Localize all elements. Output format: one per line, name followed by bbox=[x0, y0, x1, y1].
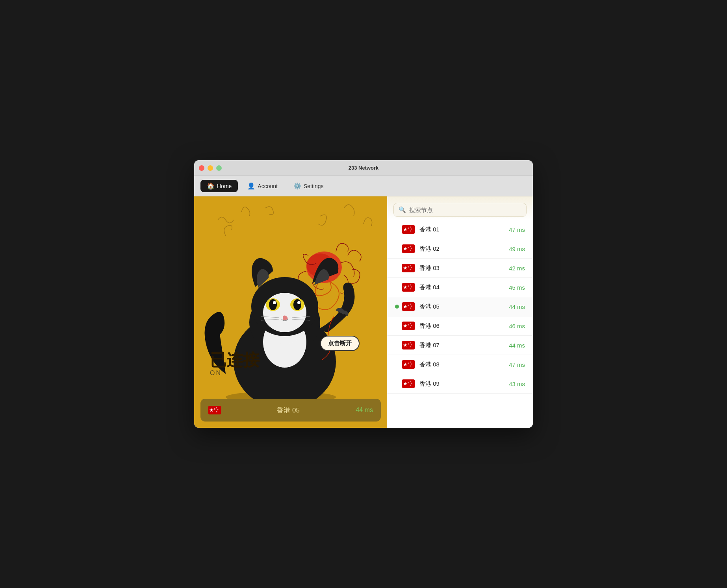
maximize-button[interactable] bbox=[216, 165, 222, 171]
search-box: 🔍 bbox=[393, 203, 527, 217]
server-item[interactable]: 香港 07 44 ms bbox=[387, 336, 533, 355]
account-icon: 👤 bbox=[247, 182, 255, 190]
minimize-button[interactable] bbox=[208, 165, 213, 171]
svg-point-34 bbox=[410, 246, 411, 247]
svg-point-58 bbox=[410, 323, 411, 324]
svg-point-60 bbox=[410, 327, 411, 328]
svg-point-45 bbox=[408, 285, 409, 287]
server-item[interactable]: 香港 03 42 ms bbox=[387, 259, 533, 278]
svg-point-11 bbox=[273, 301, 276, 304]
home-label: Home bbox=[217, 183, 232, 189]
server-item[interactable]: 香港 05 44 ms bbox=[387, 297, 533, 316]
current-server-latency: 44 ms bbox=[356, 407, 373, 414]
server-flag bbox=[402, 244, 415, 253]
left-panel: 已连接 ON 点击断开 香港 05 44 m bbox=[194, 196, 387, 428]
server-name: 香港 01 bbox=[419, 226, 509, 233]
server-flag bbox=[402, 379, 415, 388]
svg-point-39 bbox=[408, 266, 409, 268]
svg-point-75 bbox=[408, 382, 409, 383]
status-chinese: 已连接 bbox=[210, 349, 260, 371]
svg-point-77 bbox=[411, 383, 412, 384]
server-latency: 45 ms bbox=[509, 284, 525, 291]
account-label: Account bbox=[258, 183, 278, 189]
settings-label: Settings bbox=[304, 183, 324, 189]
search-input[interactable] bbox=[409, 207, 521, 213]
svg-point-41 bbox=[411, 267, 412, 268]
current-server-flag bbox=[208, 406, 221, 414]
server-latency: 43 ms bbox=[509, 381, 525, 387]
titlebar: 233 Network bbox=[194, 160, 533, 176]
svg-point-71 bbox=[411, 364, 412, 365]
svg-point-70 bbox=[410, 362, 411, 363]
svg-point-14 bbox=[297, 301, 300, 304]
server-name: 香港 04 bbox=[419, 284, 509, 291]
server-latency: 42 ms bbox=[509, 265, 525, 272]
server-flag bbox=[402, 264, 415, 272]
server-item[interactable]: 香港 08 47 ms bbox=[387, 355, 533, 374]
server-latency: 44 ms bbox=[509, 342, 525, 349]
svg-point-48 bbox=[410, 288, 411, 290]
home-button[interactable]: 🏠 Home bbox=[200, 180, 238, 192]
server-item[interactable]: 香港 09 43 ms bbox=[387, 374, 533, 394]
svg-point-76 bbox=[410, 381, 411, 382]
svg-point-35 bbox=[411, 248, 412, 249]
server-item[interactable]: 香港 04 45 ms bbox=[387, 278, 533, 297]
server-latency: 44 ms bbox=[509, 303, 525, 310]
server-flag bbox=[402, 341, 415, 349]
server-item[interactable]: 香港 06 46 ms bbox=[387, 316, 533, 336]
traffic-lights bbox=[199, 165, 222, 171]
server-item[interactable]: 香港 01 47 ms bbox=[387, 220, 533, 239]
server-latency: 47 ms bbox=[509, 361, 525, 368]
server-flag bbox=[402, 360, 415, 369]
server-latency: 49 ms bbox=[509, 246, 525, 252]
main-content: 已连接 ON 点击断开 香港 05 44 m bbox=[194, 196, 533, 428]
server-latency: 46 ms bbox=[509, 323, 525, 329]
server-name: 香港 09 bbox=[419, 380, 509, 388]
svg-point-13 bbox=[293, 299, 301, 310]
account-button[interactable]: 👤 Account bbox=[241, 180, 284, 192]
disconnect-button[interactable]: 点击断开 bbox=[320, 336, 360, 351]
svg-point-42 bbox=[410, 269, 411, 270]
current-server-name: 香港 05 bbox=[227, 406, 349, 415]
svg-point-40 bbox=[410, 265, 411, 266]
svg-point-65 bbox=[411, 344, 412, 346]
server-flag bbox=[402, 225, 415, 234]
svg-point-47 bbox=[411, 287, 412, 288]
close-button[interactable] bbox=[199, 165, 204, 171]
svg-point-52 bbox=[410, 304, 411, 305]
svg-point-21 bbox=[214, 408, 215, 410]
svg-point-30 bbox=[410, 231, 411, 232]
settings-icon: ⚙️ bbox=[293, 182, 301, 190]
svg-point-10 bbox=[269, 299, 277, 310]
settings-button[interactable]: ⚙️ Settings bbox=[287, 180, 330, 192]
svg-point-63 bbox=[408, 343, 409, 345]
server-name: 香港 07 bbox=[419, 342, 509, 349]
svg-point-28 bbox=[410, 227, 411, 228]
svg-point-72 bbox=[410, 366, 411, 367]
right-panel: 🔍 香港 01 47 ms bbox=[387, 196, 533, 428]
server-latency: 47 ms bbox=[509, 226, 525, 233]
server-flag bbox=[402, 322, 415, 330]
server-flag bbox=[402, 302, 415, 311]
server-flag bbox=[402, 283, 415, 292]
svg-point-24 bbox=[216, 411, 217, 412]
svg-point-66 bbox=[410, 346, 411, 348]
current-server-bar[interactable]: 香港 05 44 ms bbox=[200, 399, 381, 422]
svg-point-22 bbox=[216, 407, 217, 409]
svg-point-59 bbox=[411, 325, 412, 326]
server-name: 香港 05 bbox=[419, 303, 509, 311]
server-item[interactable]: 香港 02 49 ms bbox=[387, 239, 533, 259]
home-icon: 🏠 bbox=[207, 182, 215, 190]
svg-point-53 bbox=[411, 306, 412, 307]
svg-point-29 bbox=[411, 229, 412, 230]
svg-point-27 bbox=[408, 227, 409, 229]
cat-illustration bbox=[194, 196, 387, 428]
search-container: 🔍 bbox=[387, 196, 533, 220]
server-name: 香港 06 bbox=[419, 322, 509, 330]
svg-point-69 bbox=[408, 362, 409, 364]
server-name: 香港 02 bbox=[419, 245, 509, 253]
toolbar: 🏠 Home 👤 Account ⚙️ Settings bbox=[194, 176, 533, 196]
svg-point-78 bbox=[410, 385, 411, 386]
svg-point-51 bbox=[408, 305, 409, 306]
search-icon: 🔍 bbox=[399, 206, 406, 213]
